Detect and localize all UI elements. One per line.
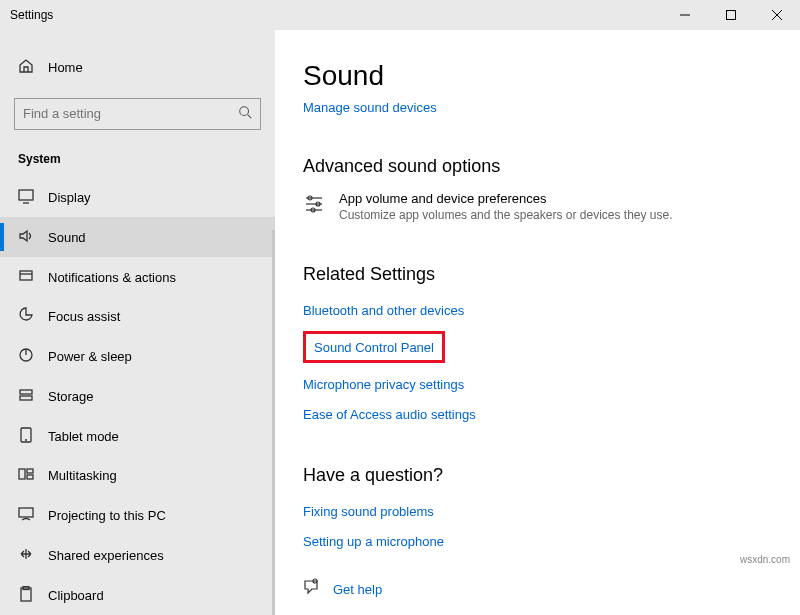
main-content: Sound Manage sound devices Advanced soun… [275,30,800,615]
setup-mic-link[interactable]: Setting up a microphone [303,534,444,549]
power-icon [18,347,34,366]
option-description: Customize app volumes and the speakers o… [339,208,673,222]
sound-icon [18,228,34,247]
fixing-sound-link[interactable]: Fixing sound problems [303,504,434,519]
related-heading: Related Settings [303,264,800,285]
sidebar-item-multitasking[interactable]: Multitasking [0,456,275,496]
highlight-box: Sound Control Panel [303,331,445,363]
home-label: Home [48,60,83,75]
help-icon [303,578,321,600]
svg-rect-8 [20,271,32,280]
clipboard-icon [18,586,34,605]
svg-rect-17 [27,469,33,473]
svg-line-5 [248,114,252,118]
sidebar-item-label: Sound [48,230,86,245]
option-title: App volume and device preferences [339,191,673,206]
sidebar-item-projecting[interactable]: Projecting to this PC [0,496,275,536]
projecting-icon [18,506,34,525]
sidebar-item-notifications[interactable]: Notifications & actions [0,257,275,297]
sidebar-item-focus-assist[interactable]: Focus assist [0,297,275,337]
tablet-icon [18,427,34,446]
home-button[interactable]: Home [0,50,275,86]
sliders-icon [303,191,325,219]
sidebar-item-label: Shared experiences [48,548,164,563]
close-button[interactable] [754,0,800,30]
sound-control-panel-link[interactable]: Sound Control Panel [314,340,434,355]
search-input[interactable] [23,106,238,121]
bluetooth-link[interactable]: Bluetooth and other devices [303,303,464,318]
sidebar-item-label: Focus assist [48,309,120,324]
page-title: Sound [303,60,800,92]
sidebar-item-label: Multitasking [48,468,117,483]
svg-point-4 [240,106,249,115]
search-box[interactable] [14,98,261,130]
focus-assist-icon [18,307,34,326]
svg-rect-16 [19,469,25,479]
maximize-button[interactable] [708,0,754,30]
notifications-icon [18,268,34,287]
svg-rect-1 [727,11,736,20]
svg-rect-6 [19,190,33,200]
sidebar-item-label: Storage [48,389,94,404]
ease-of-access-link[interactable]: Ease of Access audio settings [303,407,476,422]
shared-icon [18,546,34,565]
svg-rect-12 [20,390,32,394]
sidebar-item-label: Display [48,190,91,205]
sidebar-item-tablet-mode[interactable]: Tablet mode [0,416,275,456]
sidebar-item-label: Clipboard [48,588,104,603]
manage-sound-devices-link[interactable]: Manage sound devices [303,100,437,115]
watermark: wsxdn.com [740,554,790,565]
home-icon [18,58,34,77]
sidebar-item-shared-experiences[interactable]: Shared experiences [0,536,275,576]
sidebar-item-sound[interactable]: Sound [0,217,275,257]
sidebar-item-label: Power & sleep [48,349,132,364]
get-help-link[interactable]: Get help [333,582,382,597]
sidebar-item-power-sleep[interactable]: Power & sleep [0,337,275,377]
display-icon [18,188,34,207]
titlebar: Settings [0,0,800,30]
sidebar: Home System Display Sound Notifications … [0,30,275,615]
multitasking-icon [18,466,34,485]
search-icon [238,105,252,123]
app-volume-option[interactable]: App volume and device preferences Custom… [303,191,800,222]
svg-rect-13 [20,396,32,400]
sidebar-item-label: Projecting to this PC [48,508,166,523]
sidebar-item-label: Notifications & actions [48,270,176,285]
sidebar-item-storage[interactable]: Storage [0,376,275,416]
sidebar-item-display[interactable]: Display [0,178,275,218]
window-title: Settings [10,8,662,22]
sidebar-item-label: Tablet mode [48,429,119,444]
svg-rect-19 [19,508,33,517]
sidebar-item-clipboard[interactable]: Clipboard [0,575,275,615]
microphone-privacy-link[interactable]: Microphone privacy settings [303,377,464,392]
minimize-button[interactable] [662,0,708,30]
question-heading: Have a question? [303,465,800,486]
advanced-heading: Advanced sound options [303,156,800,177]
svg-rect-18 [27,475,33,479]
section-label: System [0,146,275,178]
storage-icon [18,387,34,406]
